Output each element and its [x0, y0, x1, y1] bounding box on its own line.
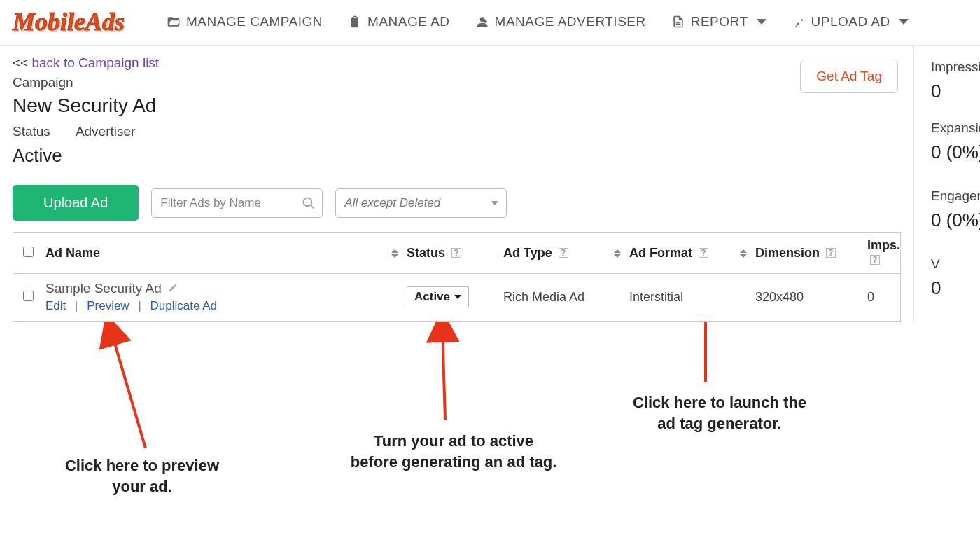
edit-link[interactable]: Edit [46, 299, 66, 312]
help-icon[interactable]: ? [870, 255, 880, 265]
clipboard-icon [348, 15, 362, 29]
svg-line-1 [442, 326, 445, 420]
status-value: Active [13, 145, 901, 167]
info-labels: Status Advertiser [13, 124, 901, 139]
campaign-panel: << back to Campaign list Campaign New Se… [0, 46, 914, 322]
sort-icon[interactable] [740, 249, 747, 258]
chevron-down-icon [899, 19, 909, 25]
document-icon [671, 15, 685, 29]
expansion-value: 0 (0%) [931, 141, 980, 163]
nav-manage-advertiser[interactable]: MANAGE ADVERTISER [475, 14, 646, 29]
chevron-down-icon [757, 19, 766, 25]
folder-open-icon [167, 15, 181, 29]
top-navbar: MobileAds MANAGE CAMPAIGN MANAGE AD MANA… [0, 0, 980, 46]
campaign-name: New Security Ad [13, 95, 901, 117]
table-header: Ad Name Status ? Ad Type ? Ad Format ? [13, 233, 900, 274]
search-icon [302, 196, 316, 210]
engagement-label: Engagement [931, 188, 980, 204]
preview-link[interactable]: Preview [87, 299, 129, 312]
get-ad-tag-button[interactable]: Get Ad Tag [800, 60, 898, 93]
logo: MobileAds [13, 7, 125, 36]
ad-title: Sample Security Ad [46, 281, 162, 296]
filter-input[interactable] [151, 188, 323, 218]
impressions-value: 0 [931, 81, 980, 102]
pencil-icon[interactable] [168, 283, 178, 293]
nav-manage-campaign[interactable]: MANAGE CAMPAIGN [167, 14, 323, 29]
ads-table: Ad Name Status ? Ad Type ? Ad Format ? [13, 232, 901, 322]
filter-wrap [151, 188, 323, 218]
back-arrows: << [13, 55, 28, 70]
status-dropdown[interactable]: Active [407, 286, 469, 307]
impressions-label: Impressions [931, 60, 980, 75]
cell-format: Interstitial [629, 290, 755, 305]
filter-select-value: All except Deleted [335, 188, 507, 218]
advertiser-label: Advertiser [76, 124, 136, 139]
callout-preview: Click here to preview your ad. [51, 455, 233, 497]
callout-active: Turn your ad to active before generating… [338, 431, 569, 472]
col-dimension-label: Dimension [755, 246, 820, 260]
cell-dimension: 320x480 [755, 290, 867, 305]
nav-report[interactable]: REPORT [671, 14, 766, 29]
svg-line-0 [111, 329, 146, 448]
col-type-label: Ad Type [503, 246, 552, 260]
expansion-label: Expansion [931, 120, 980, 136]
row-actions: Edit | Preview | Duplicate Ad [46, 299, 407, 313]
nav-upload-ad[interactable]: UPLOAD AD [792, 14, 909, 29]
sort-icon[interactable] [614, 249, 621, 258]
nav-manage-ad[interactable]: MANAGE AD [348, 14, 449, 29]
extra-metric-label: V [931, 256, 945, 272]
help-icon[interactable]: ? [699, 248, 708, 258]
help-icon[interactable]: ? [451, 248, 461, 258]
breadcrumb: << back to Campaign list [13, 55, 901, 71]
help-icon[interactable]: ? [826, 248, 836, 258]
chevron-down-icon [491, 201, 498, 205]
select-all-checkbox[interactable] [23, 247, 34, 257]
col-name-label: Ad Name [46, 246, 100, 260]
engagement-value: 0 (0%) [931, 209, 980, 231]
user-plus-icon [475, 15, 489, 29]
metrics-panel: Impressions 0 Expansion 0 (0%) Engagemen… [914, 46, 980, 322]
table-row: Sample Security Ad Edit | Preview | Dupl… [13, 274, 900, 321]
main-nav: MANAGE CAMPAIGN MANAGE AD MANAGE ADVERTI… [167, 14, 967, 29]
col-status-label: Status [407, 246, 445, 260]
content-area: << back to Campaign list Campaign New Se… [0, 46, 980, 322]
cell-imps: 0 [867, 290, 900, 305]
col-imps-label: Imps. [867, 238, 900, 252]
annotations: Click here to preview your ad. Turn your… [0, 322, 980, 532]
campaign-label: Campaign [13, 75, 901, 90]
col-format-label: Ad Format [629, 246, 692, 260]
cell-type: Rich Media Ad [503, 290, 629, 305]
back-link[interactable]: back to Campaign list [31, 55, 159, 70]
chevron-down-icon [454, 295, 461, 299]
toolbar: Upload Ad All except Deleted [13, 185, 901, 221]
help-icon[interactable]: ? [559, 248, 568, 258]
duplicate-link[interactable]: Duplicate Ad [150, 299, 217, 312]
upload-ad-button[interactable]: Upload Ad [13, 185, 139, 221]
extra-metric-value: 0 [931, 277, 945, 299]
filter-select[interactable]: All except Deleted [335, 188, 507, 218]
pin-icon [792, 15, 806, 29]
sort-icon[interactable] [391, 249, 398, 258]
row-checkbox[interactable] [23, 291, 34, 301]
callout-tag: Click here to launch the ad tag generato… [615, 392, 825, 434]
status-label: Status [13, 124, 50, 139]
